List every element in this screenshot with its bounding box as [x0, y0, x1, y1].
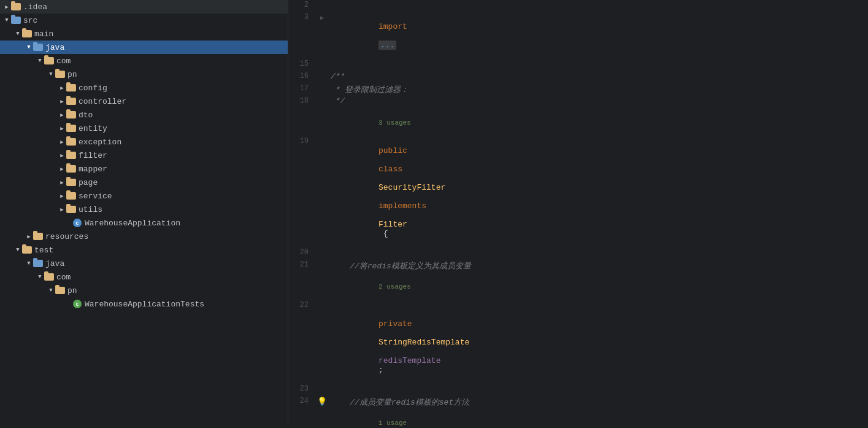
sidebar-label-exception: exception — [79, 138, 121, 147]
sidebar-label-utils: utils — [79, 205, 102, 214]
collapse-arrow-page: ▶ — [58, 178, 66, 187]
classname-security-filter: SecurityFilter — [378, 183, 445, 192]
collapse-arrow-entity: ▶ — [58, 124, 66, 133]
line-number: 19 — [288, 136, 316, 247]
sidebar-item-idea[interactable]: ▶ .idea — [0, 0, 288, 14]
collapse-arrow-main: ▼ — [13, 29, 22, 38]
collapse-arrow-test-java: ▼ — [25, 259, 33, 268]
collapse-arrow-pn: ▼ — [47, 70, 55, 79]
sidebar-item-java[interactable]: ▼ java — [0, 41, 288, 54]
line-gutter — [316, 59, 328, 71]
sidebar-item-page[interactable]: ▶ page — [0, 176, 288, 189]
sidebar-item-utils[interactable]: ▶ utils — [0, 203, 288, 216]
sidebar-item-dto[interactable]: ▶ dto — [0, 108, 288, 122]
sidebar-item-mapper[interactable]: ▶ mapper — [0, 162, 288, 176]
line-code-usages: 3 usages — [328, 108, 868, 136]
sidebar-item-pn[interactable]: ▼ pn — [0, 68, 288, 81]
sidebar-label-test-com: com — [56, 273, 71, 282]
table-row: 24 💡 //成员变量redis模板的set方法 — [288, 396, 868, 408]
line-code: * 登录限制过滤器： — [328, 84, 868, 96]
table-row: 1 usage — [288, 408, 868, 428]
code-editor[interactable]: 2 3 ▶ import ... 15 — [288, 0, 868, 428]
folder-icon-filter — [66, 150, 76, 160]
line-gutter — [316, 247, 328, 260]
line-code: //成员变量redis模板的set方法 — [328, 396, 868, 408]
import-dots[interactable]: ... — [378, 41, 396, 50]
sidebar-item-test-com[interactable]: ▼ com — [0, 270, 288, 284]
sidebar-label-filter: filter — [79, 151, 107, 160]
sidebar-item-test-java[interactable]: ▼ java — [0, 257, 288, 270]
sidebar-item-warehouse-app[interactable]: C WarehouseApplication — [0, 216, 288, 230]
line-gutter: ▶ — [316, 12, 328, 59]
line-number: 3 — [288, 12, 316, 59]
line-code — [328, 384, 868, 396]
line-gutter — [316, 384, 328, 396]
table-row: 21 //将redis模板定义为其成员变量 — [288, 260, 868, 272]
sidebar-item-config[interactable]: ▶ config — [0, 81, 288, 95]
folder-icon-dto — [66, 110, 76, 120]
collapse-arrow-com: ▼ — [36, 56, 44, 65]
sidebar-item-src[interactable]: ▼ src — [0, 14, 288, 27]
sidebar-item-test[interactable]: ▼ test — [0, 243, 288, 257]
sidebar-item-resources[interactable]: ▶ resources — [0, 230, 288, 243]
line-code — [328, 0, 868, 12]
line-code: private StringRedisTemplate redisTemplat… — [328, 300, 868, 384]
line-number: 24 — [288, 396, 316, 408]
folder-icon-java — [33, 42, 43, 52]
kw-public: public — [378, 146, 407, 155]
usage-count-2: 2 usages — [378, 283, 411, 290]
line-number: 16 — [288, 71, 316, 84]
collapse-arrow-test-com: ▼ — [36, 273, 44, 281]
table-row: 16 /** — [288, 71, 868, 84]
sidebar-item-test-pn[interactable]: ▼ pn — [0, 284, 288, 297]
sidebar-item-controller[interactable]: ▶ controller — [0, 95, 288, 108]
line-gutter — [316, 71, 328, 84]
code-content[interactable]: 2 3 ▶ import ... 15 — [288, 0, 868, 428]
line-number: 17 — [288, 84, 316, 96]
collapse-arrow-test: ▼ — [13, 246, 22, 254]
table-row: 15 — [288, 59, 868, 71]
line-number: 15 — [288, 59, 316, 71]
line-code: /** — [328, 71, 868, 84]
sidebar-label-main: main — [34, 29, 53, 39]
sidebar-item-warehouse-tests[interactable]: C WarehouseApplicationTests — [0, 297, 288, 311]
sidebar-item-entity[interactable]: ▶ entity — [0, 122, 288, 135]
sidebar-item-service[interactable]: ▶ service — [0, 189, 288, 203]
sidebar-item-exception[interactable]: ▶ exception — [0, 135, 288, 149]
line-gutter — [316, 96, 328, 108]
line-number — [288, 408, 316, 428]
folder-icon-com — [44, 56, 54, 66]
sidebar-label-src: src — [23, 16, 37, 25]
usage-count-1: 1 usage — [378, 419, 407, 427]
keyword-import: import — [378, 22, 407, 31]
sidebar-label-config: config — [79, 84, 107, 93]
table-row: 22 private StringRedisTemplate redisTemp… — [288, 300, 868, 384]
sidebar-item-com[interactable]: ▼ com — [0, 54, 288, 68]
folder-icon-controller — [66, 96, 76, 106]
sidebar-item-filter[interactable]: ▶ filter — [0, 149, 288, 162]
file-tree[interactable]: ▶ .idea ▼ src ▼ main ▼ java ▼ com — [0, 0, 288, 428]
collapse-arrow-controller: ▶ — [58, 97, 66, 106]
sidebar-label-java: java — [45, 43, 64, 52]
bulb-icon[interactable]: 💡 — [317, 397, 327, 407]
line-code: public class SecurityFilter implements F… — [328, 136, 868, 247]
table-row: 3 ▶ import ... — [288, 12, 868, 59]
folder-icon-page — [66, 177, 76, 187]
folder-icon-test-pn — [55, 286, 65, 295]
folder-icon-test-java — [33, 259, 43, 268]
line-code-usages: 2 usages — [328, 272, 868, 300]
table-row: 20 — [288, 247, 868, 260]
folder-icon-service — [66, 191, 76, 201]
kw-private: private — [378, 319, 412, 329]
folder-icon-entity — [66, 123, 76, 133]
line-number: 22 — [288, 300, 316, 384]
sidebar-item-main[interactable]: ▼ main — [0, 27, 288, 41]
line-gutter — [316, 272, 328, 300]
collapse-arrow-mapper: ▶ — [58, 165, 66, 173]
collapse-arrow-config: ▶ — [58, 84, 66, 92]
line-number: 18 — [288, 96, 316, 108]
kw-class: class — [378, 165, 402, 174]
line-number — [288, 108, 316, 136]
collapse-arrow-test-pn: ▼ — [47, 286, 55, 295]
expand-import-icon[interactable]: ▶ — [320, 15, 324, 21]
